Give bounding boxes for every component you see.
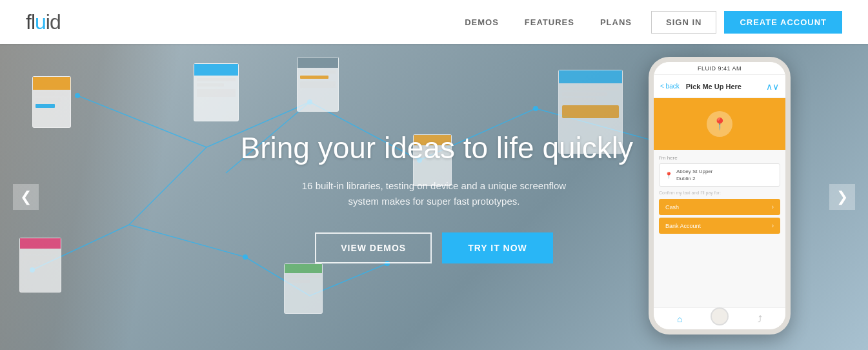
hero-content: Bring your ideas to life quickly 16 buil… [241,130,628,263]
hero-buttons: VIEW DEMOS TRY IT NOW [241,232,628,263]
navbar: fluid DEMOS FEATURES PLANS SIGN IN CREAT… [0,0,868,44]
proto-screen-1 [32,76,71,128]
carousel-next-button[interactable]: ❯ [829,184,855,210]
svg-line-4 [129,147,207,225]
proto-screen-3 [297,57,339,112]
phone-hero-area: 📍 [654,98,785,150]
proto-screen-2 [194,63,239,121]
phone-confirm-label: Confirm my taxi and I'll pay for: [659,190,780,195]
phone-nav-arrows: ∧∨ [766,81,779,92]
phone-home-icon[interactable]: ⌂ [677,314,682,324]
phone-back-button[interactable]: < back [660,83,680,90]
phone-cash-action[interactable]: Cash › [659,199,780,215]
phone-mockup: FLUID 9:41 AM < back Pick Me Up Here ∧∨ … [649,57,791,335]
phone-home-button[interactable] [711,307,729,325]
signin-button[interactable]: SIGN IN [651,11,716,34]
carousel-prev-button[interactable]: ❮ [13,184,39,210]
create-account-button[interactable]: CREATE ACCOUNT [724,11,842,34]
phone-screen-title: Pick Me Up Here [686,83,762,90]
hero-title: Bring your ideas to life quickly [241,130,628,165]
phone-bank-action[interactable]: Bank Account › [659,218,780,234]
svg-point-11 [75,93,80,98]
svg-line-6 [129,225,245,257]
svg-point-14 [533,106,538,111]
phone-address-line1: Abbey St Upper [676,168,712,175]
phone-share-icon[interactable]: ⤴ [758,314,762,324]
phone-address-line2: Dublin 2 [676,175,712,182]
phone-bank-chevron: › [772,222,774,229]
nav-links: DEMOS FEATURES PLANS [465,17,632,27]
proto-screen-5 [19,238,61,293]
phone-status-bar: FLUID 9:41 AM [654,62,785,75]
view-demos-button[interactable]: VIEW DEMOS [315,232,432,263]
svg-line-0 [77,96,207,147]
phone-location-icon: 📍 [707,111,732,137]
nav-link-plans[interactable]: PLANS [600,17,632,27]
phone-im-here-label: I'm here [659,155,780,161]
try-it-now-button[interactable]: TRY IT NOW [442,232,553,263]
nav-link-features[interactable]: FEATURES [525,17,574,27]
logo: fluid [26,10,61,34]
hero-section: FLUID 9:41 AM < back Pick Me Up Here ∧∨ … [0,44,868,350]
phone-body: I'm here 📍 Abbey St Upper Dublin 2 Confi… [654,150,785,307]
proto-screen-6 [284,263,323,314]
phone-address-field: 📍 Abbey St Upper Dublin 2 [659,163,780,187]
hero-subtitle: 16 built-in libraries, testing on device… [286,178,583,209]
nav-link-demos[interactable]: DEMOS [465,17,499,27]
phone-nav-bar: < back Pick Me Up Here ∧∨ [654,75,785,98]
phone-cash-chevron: › [772,203,774,211]
phone-screen: FLUID 9:41 AM < back Pick Me Up Here ∧∨ … [654,62,785,329]
phone-pin-icon: 📍 [665,172,672,179]
